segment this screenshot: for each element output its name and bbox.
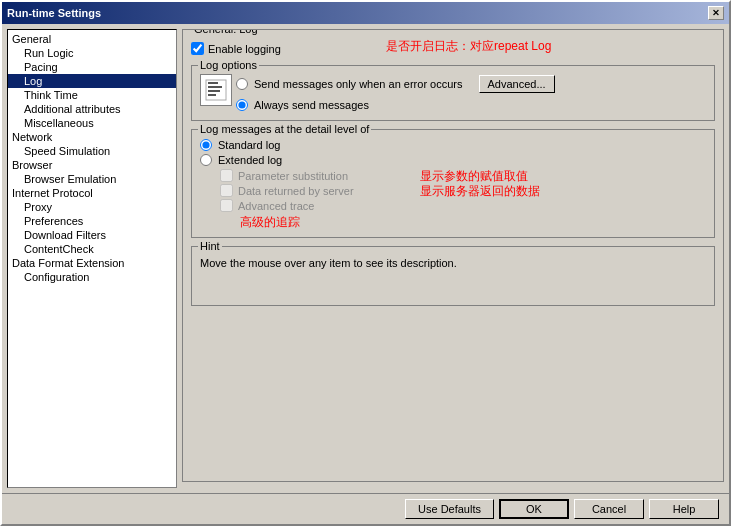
tree-item-browser-emulation[interactable]: Browser Emulation: [8, 172, 176, 186]
hint-text: Move the mouse over any item to see its …: [200, 257, 706, 269]
tree-item-pacing[interactable]: Pacing: [8, 60, 176, 74]
svg-rect-2: [208, 86, 222, 88]
log-content: Enable logging 是否开启日志：对应repeat Log Log o…: [191, 38, 715, 306]
radio-error-only[interactable]: [236, 78, 248, 90]
tree-item-content-check[interactable]: ContentCheck: [8, 242, 176, 256]
tree-item-preferences[interactable]: Preferences: [8, 214, 176, 228]
annotation-advanced-trace: 高级的追踪: [220, 214, 706, 231]
use-defaults-button[interactable]: Use Defaults: [405, 499, 494, 519]
tree-item-network[interactable]: Network: [8, 130, 176, 144]
extended-log-row: Extended log: [200, 154, 706, 166]
data-server-label: Data returned by server: [238, 185, 354, 197]
param-sub-row: Parameter substitution 显示参数的赋值取值: [220, 169, 706, 182]
log-options-label: Log options: [198, 59, 259, 71]
radio-error-row: Send messages only when an error occurs …: [236, 75, 706, 93]
radio-extended-log[interactable]: [200, 154, 212, 166]
standard-log-label: Standard log: [218, 139, 280, 151]
svg-rect-3: [208, 90, 220, 92]
tree-item-data-format[interactable]: Data Format Extension: [8, 256, 176, 270]
options-radios: Send messages only when an error occurs …: [236, 72, 706, 114]
data-server-checkbox: [220, 184, 233, 197]
tree-item-additional-attrs[interactable]: Additional attributes: [8, 102, 176, 116]
settings-panel: General: Log Enable logging 是否开启日志：对应rep…: [182, 29, 724, 488]
annotation-data-server: 显示服务器返回的数据: [420, 183, 540, 200]
tree-item-internet-protocol[interactable]: Internet Protocol: [8, 186, 176, 200]
tree-panel: General Run Logic Pacing Log Think Time …: [7, 29, 177, 488]
radio-error-label: Send messages only when an error occurs: [254, 78, 463, 90]
svg-rect-4: [208, 94, 216, 96]
advanced-trace-checkbox: [220, 199, 233, 212]
radio-standard-log[interactable]: [200, 139, 212, 151]
radio-always-send[interactable]: [236, 99, 248, 111]
main-window: Run-time Settings ✕ General Run Logic Pa…: [0, 0, 731, 526]
enable-logging-checkbox[interactable]: [191, 42, 204, 55]
annotation-enable-log: 是否开启日志：对应repeat Log: [386, 38, 551, 55]
tree-item-general[interactable]: General: [8, 32, 176, 46]
hint-label: Hint: [198, 240, 222, 252]
radio-always-label: Always send messages: [254, 99, 369, 111]
window-title: Run-time Settings: [7, 7, 101, 19]
svg-rect-1: [208, 82, 218, 84]
general-log-group: General: Log Enable logging 是否开启日志：对应rep…: [182, 29, 724, 482]
param-sub-checkbox: [220, 169, 233, 182]
radio-always-row: Always send messages: [236, 99, 706, 111]
detail-group: Log messages at the detail level of Stan…: [191, 129, 715, 238]
standard-log-row: Standard log: [200, 139, 706, 151]
advanced-button[interactable]: Advanced...: [479, 75, 555, 93]
tree-item-configuration[interactable]: Configuration: [8, 270, 176, 284]
tree-item-log[interactable]: Log: [8, 74, 176, 88]
bottom-bar: Use Defaults OK Cancel Help: [2, 493, 729, 524]
log-icon: [200, 74, 232, 106]
content-area: General Run Logic Pacing Log Think Time …: [2, 24, 729, 493]
tree-item-download-filters[interactable]: Download Filters: [8, 228, 176, 242]
enable-logging-label: Enable logging: [208, 43, 281, 55]
detail-label: Log messages at the detail level of: [198, 123, 371, 135]
tree-item-think-time[interactable]: Think Time: [8, 88, 176, 102]
help-button[interactable]: Help: [649, 499, 719, 519]
enable-logging-row: Enable logging 是否开启日志：对应repeat Log: [191, 42, 715, 55]
extended-log-label: Extended log: [218, 154, 282, 166]
tree-item-browser[interactable]: Browser: [8, 158, 176, 172]
close-button[interactable]: ✕: [708, 6, 724, 20]
advanced-trace-label: Advanced trace: [238, 200, 314, 212]
options-inner: Send messages only when an error occurs …: [200, 72, 706, 114]
ok-button[interactable]: OK: [499, 499, 569, 519]
hint-group: Hint Move the mouse over any item to see…: [191, 246, 715, 306]
param-sub-label: Parameter substitution: [238, 170, 348, 182]
title-bar: Run-time Settings ✕: [2, 2, 729, 24]
data-server-row: Data returned by server 显示服务器返回的数据: [220, 184, 706, 197]
tree-item-miscellaneous[interactable]: Miscellaneous: [8, 116, 176, 130]
tree-item-proxy[interactable]: Proxy: [8, 200, 176, 214]
advanced-trace-row: Advanced trace: [220, 199, 706, 212]
group-title: General: Log: [191, 29, 261, 35]
sub-checkboxes: Parameter substitution 显示参数的赋值取值 Data re…: [200, 169, 706, 231]
tree-item-run-logic[interactable]: Run Logic: [8, 46, 176, 60]
tree-item-speed-simulation[interactable]: Speed Simulation: [8, 144, 176, 158]
log-options-group: Log options: [191, 65, 715, 121]
cancel-button[interactable]: Cancel: [574, 499, 644, 519]
